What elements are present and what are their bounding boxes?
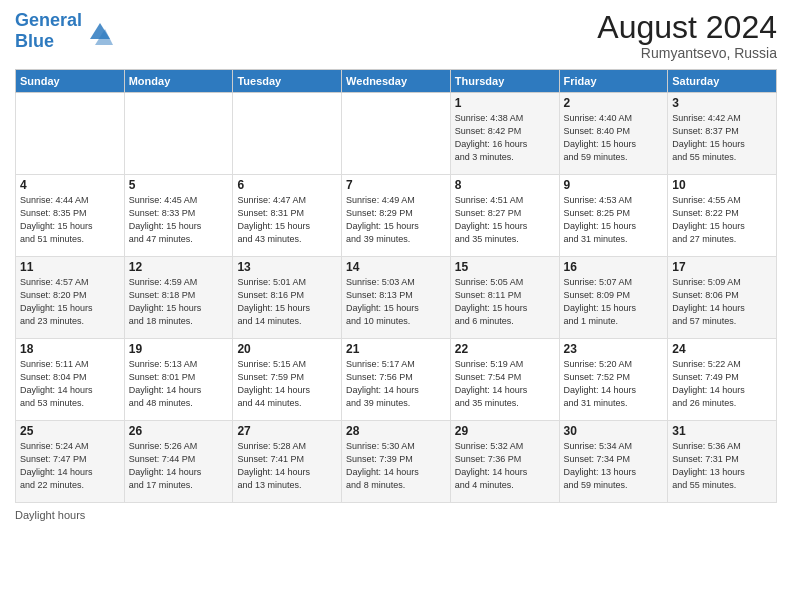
day-number: 17 (672, 260, 772, 274)
title-block: August 2024 Rumyantsevo, Russia (597, 10, 777, 61)
day-cell: 1Sunrise: 4:38 AM Sunset: 8:42 PM Daylig… (450, 93, 559, 175)
day-info: Sunrise: 4:42 AM Sunset: 8:37 PM Dayligh… (672, 112, 772, 164)
day-number: 2 (564, 96, 664, 110)
day-number: 4 (20, 178, 120, 192)
location-subtitle: Rumyantsevo, Russia (597, 45, 777, 61)
day-number: 28 (346, 424, 446, 438)
day-info: Sunrise: 5:34 AM Sunset: 7:34 PM Dayligh… (564, 440, 664, 492)
day-cell: 2Sunrise: 4:40 AM Sunset: 8:40 PM Daylig… (559, 93, 668, 175)
col-header-friday: Friday (559, 70, 668, 93)
day-info: Sunrise: 4:55 AM Sunset: 8:22 PM Dayligh… (672, 194, 772, 246)
day-info: Sunrise: 4:38 AM Sunset: 8:42 PM Dayligh… (455, 112, 555, 164)
day-info: Sunrise: 5:13 AM Sunset: 8:01 PM Dayligh… (129, 358, 229, 410)
day-cell: 10Sunrise: 4:55 AM Sunset: 8:22 PM Dayli… (668, 175, 777, 257)
day-number: 3 (672, 96, 772, 110)
day-info: Sunrise: 4:57 AM Sunset: 8:20 PM Dayligh… (20, 276, 120, 328)
logo-general: General (15, 10, 82, 30)
day-number: 11 (20, 260, 120, 274)
week-row-2: 4Sunrise: 4:44 AM Sunset: 8:35 PM Daylig… (16, 175, 777, 257)
day-info: Sunrise: 5:01 AM Sunset: 8:16 PM Dayligh… (237, 276, 337, 328)
day-cell: 13Sunrise: 5:01 AM Sunset: 8:16 PM Dayli… (233, 257, 342, 339)
page-header: General Blue August 2024 Rumyantsevo, Ru… (15, 10, 777, 61)
header-row: SundayMondayTuesdayWednesdayThursdayFrid… (16, 70, 777, 93)
day-cell: 8Sunrise: 4:51 AM Sunset: 8:27 PM Daylig… (450, 175, 559, 257)
logo: General Blue (15, 10, 115, 51)
day-number: 31 (672, 424, 772, 438)
day-info: Sunrise: 5:11 AM Sunset: 8:04 PM Dayligh… (20, 358, 120, 410)
week-row-5: 25Sunrise: 5:24 AM Sunset: 7:47 PM Dayli… (16, 421, 777, 503)
day-number: 6 (237, 178, 337, 192)
day-cell: 12Sunrise: 4:59 AM Sunset: 8:18 PM Dayli… (124, 257, 233, 339)
day-info: Sunrise: 5:24 AM Sunset: 7:47 PM Dayligh… (20, 440, 120, 492)
day-cell: 11Sunrise: 4:57 AM Sunset: 8:20 PM Dayli… (16, 257, 125, 339)
day-cell: 30Sunrise: 5:34 AM Sunset: 7:34 PM Dayli… (559, 421, 668, 503)
day-info: Sunrise: 4:40 AM Sunset: 8:40 PM Dayligh… (564, 112, 664, 164)
day-number: 26 (129, 424, 229, 438)
day-cell: 28Sunrise: 5:30 AM Sunset: 7:39 PM Dayli… (342, 421, 451, 503)
day-cell (342, 93, 451, 175)
col-header-sunday: Sunday (16, 70, 125, 93)
calendar-table: SundayMondayTuesdayWednesdayThursdayFrid… (15, 69, 777, 503)
day-cell: 20Sunrise: 5:15 AM Sunset: 7:59 PM Dayli… (233, 339, 342, 421)
day-number: 7 (346, 178, 446, 192)
day-cell: 19Sunrise: 5:13 AM Sunset: 8:01 PM Dayli… (124, 339, 233, 421)
day-cell: 27Sunrise: 5:28 AM Sunset: 7:41 PM Dayli… (233, 421, 342, 503)
day-info: Sunrise: 5:17 AM Sunset: 7:56 PM Dayligh… (346, 358, 446, 410)
day-number: 23 (564, 342, 664, 356)
day-info: Sunrise: 5:22 AM Sunset: 7:49 PM Dayligh… (672, 358, 772, 410)
day-number: 22 (455, 342, 555, 356)
logo-icon (85, 19, 115, 47)
day-number: 9 (564, 178, 664, 192)
col-header-wednesday: Wednesday (342, 70, 451, 93)
day-info: Sunrise: 5:26 AM Sunset: 7:44 PM Dayligh… (129, 440, 229, 492)
day-info: Sunrise: 4:53 AM Sunset: 8:25 PM Dayligh… (564, 194, 664, 246)
day-number: 14 (346, 260, 446, 274)
day-info: Sunrise: 5:20 AM Sunset: 7:52 PM Dayligh… (564, 358, 664, 410)
day-info: Sunrise: 5:05 AM Sunset: 8:11 PM Dayligh… (455, 276, 555, 328)
day-number: 29 (455, 424, 555, 438)
week-row-1: 1Sunrise: 4:38 AM Sunset: 8:42 PM Daylig… (16, 93, 777, 175)
calendar-page: General Blue August 2024 Rumyantsevo, Ru… (0, 0, 792, 612)
day-number: 10 (672, 178, 772, 192)
day-number: 27 (237, 424, 337, 438)
day-cell: 4Sunrise: 4:44 AM Sunset: 8:35 PM Daylig… (16, 175, 125, 257)
day-number: 25 (20, 424, 120, 438)
day-info: Sunrise: 4:51 AM Sunset: 8:27 PM Dayligh… (455, 194, 555, 246)
logo-blue: Blue (15, 31, 54, 51)
day-info: Sunrise: 5:36 AM Sunset: 7:31 PM Dayligh… (672, 440, 772, 492)
day-number: 24 (672, 342, 772, 356)
day-cell: 14Sunrise: 5:03 AM Sunset: 8:13 PM Dayli… (342, 257, 451, 339)
day-info: Sunrise: 4:59 AM Sunset: 8:18 PM Dayligh… (129, 276, 229, 328)
day-cell: 21Sunrise: 5:17 AM Sunset: 7:56 PM Dayli… (342, 339, 451, 421)
day-info: Sunrise: 5:07 AM Sunset: 8:09 PM Dayligh… (564, 276, 664, 328)
day-cell: 15Sunrise: 5:05 AM Sunset: 8:11 PM Dayli… (450, 257, 559, 339)
day-number: 19 (129, 342, 229, 356)
day-cell: 31Sunrise: 5:36 AM Sunset: 7:31 PM Dayli… (668, 421, 777, 503)
day-cell (124, 93, 233, 175)
day-cell: 7Sunrise: 4:49 AM Sunset: 8:29 PM Daylig… (342, 175, 451, 257)
day-info: Sunrise: 4:45 AM Sunset: 8:33 PM Dayligh… (129, 194, 229, 246)
day-number: 21 (346, 342, 446, 356)
col-header-monday: Monday (124, 70, 233, 93)
day-info: Sunrise: 5:19 AM Sunset: 7:54 PM Dayligh… (455, 358, 555, 410)
day-cell: 29Sunrise: 5:32 AM Sunset: 7:36 PM Dayli… (450, 421, 559, 503)
day-cell: 9Sunrise: 4:53 AM Sunset: 8:25 PM Daylig… (559, 175, 668, 257)
day-number: 18 (20, 342, 120, 356)
day-cell: 18Sunrise: 5:11 AM Sunset: 8:04 PM Dayli… (16, 339, 125, 421)
day-info: Sunrise: 5:30 AM Sunset: 7:39 PM Dayligh… (346, 440, 446, 492)
day-info: Sunrise: 5:09 AM Sunset: 8:06 PM Dayligh… (672, 276, 772, 328)
col-header-saturday: Saturday (668, 70, 777, 93)
day-info: Sunrise: 4:47 AM Sunset: 8:31 PM Dayligh… (237, 194, 337, 246)
day-number: 30 (564, 424, 664, 438)
day-cell: 22Sunrise: 5:19 AM Sunset: 7:54 PM Dayli… (450, 339, 559, 421)
day-number: 16 (564, 260, 664, 274)
day-number: 12 (129, 260, 229, 274)
day-info: Sunrise: 5:15 AM Sunset: 7:59 PM Dayligh… (237, 358, 337, 410)
logo-text: General Blue (15, 10, 82, 51)
day-number: 5 (129, 178, 229, 192)
week-row-3: 11Sunrise: 4:57 AM Sunset: 8:20 PM Dayli… (16, 257, 777, 339)
col-header-thursday: Thursday (450, 70, 559, 93)
day-cell: 5Sunrise: 4:45 AM Sunset: 8:33 PM Daylig… (124, 175, 233, 257)
day-number: 1 (455, 96, 555, 110)
day-cell: 25Sunrise: 5:24 AM Sunset: 7:47 PM Dayli… (16, 421, 125, 503)
